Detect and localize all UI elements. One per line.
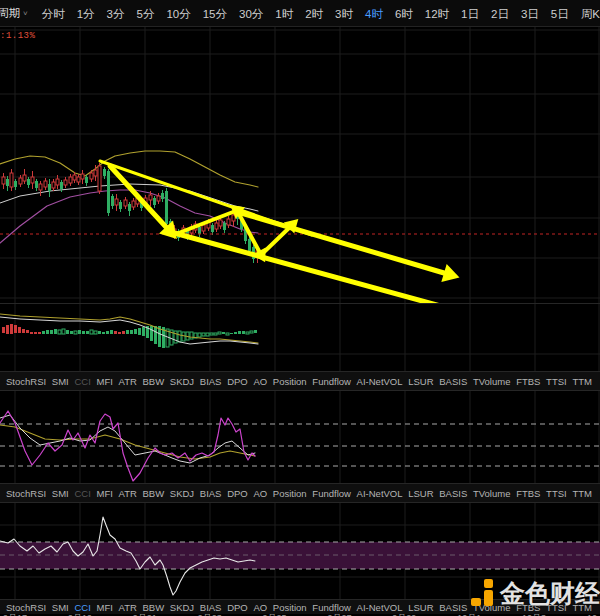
watermark-text: 金色财经 xyxy=(500,577,600,610)
tab-skdj[interactable]: SKDJ xyxy=(170,376,194,387)
tab-ao[interactable]: AO xyxy=(253,376,267,387)
tab-ai-netvol[interactable]: AI-NetVOL xyxy=(357,376,403,387)
tab-ao[interactable]: AO xyxy=(253,488,267,499)
tab-ao[interactable]: AO xyxy=(253,602,267,613)
tab-position[interactable]: Position xyxy=(273,488,307,499)
chevron-down-icon: ˅ xyxy=(23,9,28,18)
timeframe-5分[interactable]: 5分 xyxy=(136,8,154,20)
tab-smi[interactable]: SMI xyxy=(52,602,69,613)
tab-position[interactable]: Position xyxy=(273,376,307,387)
tab-fundflow[interactable]: Fundflow xyxy=(312,602,351,613)
main-candlestick-chart[interactable] xyxy=(0,27,600,303)
timeframe-3时[interactable]: 3时 xyxy=(335,8,353,20)
tab-bias[interactable]: BIAS xyxy=(200,488,222,499)
tab-stochrsi[interactable]: StochRSI xyxy=(6,602,46,613)
tab-fundflow[interactable]: Fundflow xyxy=(312,376,351,387)
tab-atr[interactable]: ATR xyxy=(119,602,137,613)
timeframe-3日[interactable]: 3日 xyxy=(521,8,539,20)
tab-tvolume[interactable]: TVolume xyxy=(473,376,511,387)
tab-atr[interactable]: ATR xyxy=(119,376,137,387)
tab-smi[interactable]: SMI xyxy=(52,376,69,387)
timeframe-1分[interactable]: 1分 xyxy=(77,8,95,20)
timeframe-12时[interactable]: 12时 xyxy=(425,8,449,20)
timeframe-5日[interactable]: 5日 xyxy=(551,8,569,20)
tab-basis[interactable]: BASIS xyxy=(439,602,467,613)
tab-bias[interactable]: BIAS xyxy=(200,602,222,613)
tab-basis[interactable]: BASIS xyxy=(439,376,467,387)
period-dropdown[interactable]: 周期 ˅ xyxy=(0,6,28,21)
tab-position[interactable]: Position xyxy=(273,602,307,613)
tab-mfi[interactable]: MFI xyxy=(96,488,112,499)
timeframe-6时[interactable]: 6时 xyxy=(395,8,413,20)
tab-stochrsi[interactable]: StochRSI xyxy=(6,488,46,499)
tab-skdj[interactable]: SKDJ xyxy=(170,488,194,499)
oscillator-panel[interactable] xyxy=(0,391,600,483)
tab-basis[interactable]: BASIS xyxy=(439,488,467,499)
jinse-logo-icon xyxy=(468,578,498,610)
change-percent-label: :1.13% xyxy=(0,31,35,41)
indicator-panel-1 xyxy=(0,303,600,371)
tab-ai-netvol[interactable]: AI-NetVOL xyxy=(357,602,403,613)
tab-ftbs[interactable]: FTBS xyxy=(516,488,540,499)
timeframe-1日[interactable]: 1日 xyxy=(461,8,479,20)
timeframe-2日[interactable]: 2日 xyxy=(491,8,509,20)
timeframe-3分[interactable]: 3分 xyxy=(107,8,125,20)
tab-bbw[interactable]: BBW xyxy=(143,488,165,499)
timeframe-4时[interactable]: 4时 xyxy=(365,8,383,20)
timeframe-2时[interactable]: 2时 xyxy=(305,8,323,20)
tab-ttm[interactable]: TTM xyxy=(572,488,592,499)
tab-bias[interactable]: BIAS xyxy=(200,376,222,387)
trading-app: 周期 ˅ 分时1分3分5分10分15分30分1时2时3时4时6时12时1日2日3… xyxy=(0,0,600,616)
indicator-tabbar-1: StochRSISMICCIMFIATRBBWSKDJBIASDPOAOPosi… xyxy=(0,371,600,391)
timeframe-30分[interactable]: 30分 xyxy=(239,8,263,20)
tab-ai-netvol[interactable]: AI-NetVOL xyxy=(357,488,403,499)
timeframe-1时[interactable]: 1时 xyxy=(275,8,293,20)
tab-tvolume[interactable]: TVolume xyxy=(473,488,511,499)
tab-stochrsi[interactable]: StochRSI xyxy=(6,376,46,387)
tab-fundflow[interactable]: Fundflow xyxy=(312,488,351,499)
tab-lsur[interactable]: LSUR xyxy=(408,602,433,613)
timeframe-15分[interactable]: 15分 xyxy=(203,8,227,20)
tab-ttsi[interactable]: TTSI xyxy=(546,488,567,499)
tab-ftbs[interactable]: FTBS xyxy=(516,376,540,387)
tab-cci[interactable]: CCI xyxy=(74,602,90,613)
jinse-watermark: 金色财经 xyxy=(468,577,600,610)
tab-bbw[interactable]: BBW xyxy=(143,376,165,387)
tab-ttm[interactable]: TTM xyxy=(572,376,592,387)
indicator-panel-2 xyxy=(0,391,600,483)
tab-dpo[interactable]: DPO xyxy=(227,602,248,613)
tab-lsur[interactable]: LSUR xyxy=(408,488,433,499)
tab-mfi[interactable]: MFI xyxy=(96,602,112,613)
tab-smi[interactable]: SMI xyxy=(52,488,69,499)
tab-lsur[interactable]: LSUR xyxy=(408,376,433,387)
tab-mfi[interactable]: MFI xyxy=(96,376,112,387)
tab-dpo[interactable]: DPO xyxy=(227,376,248,387)
tab-cci[interactable]: CCI xyxy=(74,376,90,387)
timeframe-10分[interactable]: 10分 xyxy=(166,8,190,20)
tab-bbw[interactable]: BBW xyxy=(143,602,165,613)
tab-ttsi[interactable]: TTSI xyxy=(546,376,567,387)
indicator-tabbar-2: StochRSISMICCIMFIATRBBWSKDJBIASDPOAOPosi… xyxy=(0,483,600,503)
timeframe-周K[interactable]: 周K xyxy=(581,8,600,20)
main-chart-section: :1.13% xyxy=(0,27,600,303)
timeframe-toolbar: 周期 ˅ 分时1分3分5分10分15分30分1时2时3时4时6时12时1日2日3… xyxy=(0,0,600,27)
period-label: 周期 xyxy=(0,6,20,21)
timeframe-items: 分时1分3分5分10分15分30分1时2时3时4时6时12时1日2日3日5日周K… xyxy=(36,4,600,22)
ao-histogram-panel[interactable] xyxy=(0,303,600,371)
timeframe-分时[interactable]: 分时 xyxy=(42,8,65,20)
tab-cci[interactable]: CCI xyxy=(74,488,90,499)
tab-atr[interactable]: ATR xyxy=(119,488,137,499)
tab-dpo[interactable]: DPO xyxy=(227,488,248,499)
tab-skdj[interactable]: SKDJ xyxy=(170,602,194,613)
